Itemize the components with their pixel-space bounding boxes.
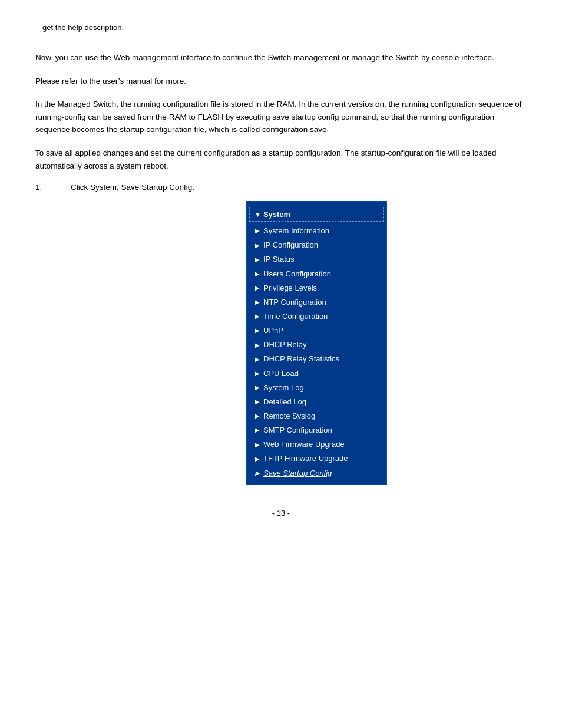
paragraph-1: Now, you can use the Web management inte… xyxy=(35,51,527,64)
menu-item-arrow-icon: ▶ xyxy=(255,269,260,279)
menu-item-arrow-icon: ▶ xyxy=(255,411,260,421)
menu-item[interactable]: ▶DHCP Relay Statistics xyxy=(247,352,386,366)
menu-item-label: NTP Configuration xyxy=(263,297,326,308)
menu-item[interactable]: ▶IP Configuration xyxy=(247,238,386,252)
paragraph-1-text: Now, you can use the Web management inte… xyxy=(35,53,494,62)
paragraph-3-text: In the Mana­ged S­witch, the­ runni­ng c… xyxy=(35,100,521,134)
menu-item-arrow-icon: ▶ xyxy=(255,326,260,335)
menu-item-label: Detailed Log xyxy=(263,396,306,408)
menu-header-label: System xyxy=(263,210,290,219)
menu-item[interactable]: ▶SMTP Configuration xyxy=(247,423,386,437)
step-1-number: 1. xyxy=(35,183,71,192)
menu-item[interactable]: ▶Save Startup Config xyxy=(247,466,386,480)
menu-item-arrow-icon: ▶ xyxy=(255,284,260,293)
menu-item[interactable]: ▶System Log xyxy=(247,381,386,395)
menu-item-arrow-icon: ▶ xyxy=(255,298,260,307)
menu-item-arrow-icon: ▶ xyxy=(255,440,260,450)
menu-item[interactable]: ▶Web Firmware Upgrade xyxy=(247,437,386,452)
menu-item-label: CPU Load xyxy=(263,368,299,380)
menu-item[interactable]: ▶Remote Syslog xyxy=(247,409,386,423)
menu-item[interactable]: ▶Detailed Log xyxy=(247,395,386,409)
page-container: get the help description. Now, you can u… xyxy=(0,0,562,553)
step-1: 1. Click System, Save Startup Config. xyxy=(35,183,527,192)
menu-container: ▼ System ▶System Information▶IP Configur… xyxy=(106,201,527,485)
menu-item-label: Remote Syslog xyxy=(263,410,315,422)
menu-item-arrow-icon: ▶ xyxy=(255,226,260,236)
menu-item[interactable]: ▶System Information xyxy=(247,224,386,238)
menu-item-label: UPnP xyxy=(263,325,283,337)
menu-item[interactable]: ▶Time Configuration xyxy=(247,309,386,324)
menu-item-label: DHCP Relay Statistics xyxy=(263,353,339,365)
menu-item-label: System Log xyxy=(263,382,304,394)
menu-item[interactable]: ▶TFTP Firmware Upgrade xyxy=(247,452,386,466)
menu-item-label: Privilege Levels xyxy=(263,282,317,294)
menu-item-arrow-icon: ▶ xyxy=(255,397,260,407)
menu-item-label: System Information xyxy=(263,225,329,237)
menu-item[interactable]: ▶NTP Configuration xyxy=(247,295,386,309)
menu-item-label: Time Configuration xyxy=(263,311,328,322)
menu-header: ▼ System xyxy=(249,207,384,222)
menu-item-arrow-icon: ▶ xyxy=(255,241,260,251)
paragraph-4: To save all applied changes and set the … xyxy=(35,147,527,172)
menu-item[interactable]: ▶UPnP xyxy=(247,324,386,338)
menu-item-label: SMTP Configuration xyxy=(263,424,332,436)
menu-item-label: Save Startup Config xyxy=(263,467,332,479)
menu-item[interactable]: ▶IP Status xyxy=(247,252,386,266)
help-text: get the help description. xyxy=(42,23,124,32)
menu-item-label: IP Status xyxy=(263,253,295,265)
menu-item-arrow-icon: ▶ xyxy=(255,341,260,350)
menu-item-arrow-icon: ▶ xyxy=(255,454,260,464)
menu-item-label: DHCP Relay xyxy=(263,339,306,351)
menu-item[interactable]: ▶Privilege Levels xyxy=(247,281,386,295)
menu-item-arrow-icon: ▶ xyxy=(255,255,260,265)
menu-item-label: TFTP Firmware Upgrade xyxy=(263,453,348,465)
menu-item-label: Users Configuration xyxy=(263,268,331,280)
menu-item[interactable]: ▶Users Configuration xyxy=(247,267,386,281)
menu-box: ▼ System ▶System Information▶IP Configur… xyxy=(246,201,387,485)
menu-item-arrow-icon: ▶ xyxy=(255,369,260,378)
menu-item[interactable]: ▶DHCP Relay xyxy=(247,338,386,352)
menu-item-label: IP Configuration xyxy=(263,239,318,251)
menu-item-arrow-icon: ▶ xyxy=(255,426,260,435)
help-box: get the help description. xyxy=(35,18,283,37)
menu-item-arrow-icon: ▶ xyxy=(255,469,260,478)
menu-expand-arrow: ▼ xyxy=(254,211,261,218)
menu-items-list: ▶System Information▶IP Configuration▶IP … xyxy=(247,224,386,480)
menu-item[interactable]: ▶CPU Load xyxy=(247,367,386,381)
paragraph-3: In the Mana­ged S­witch, the­ runni­ng c… xyxy=(35,98,527,136)
menu-item-arrow-icon: ▶ xyxy=(255,355,260,364)
step-1-text: Click System, Save Startup Config. xyxy=(71,183,194,192)
paragraph-4-text: To save all applied changes and set the … xyxy=(35,149,496,170)
menu-item-arrow-icon: ▶ xyxy=(255,312,260,321)
page-number: - 13 - xyxy=(35,509,527,518)
menu-item-label: Web Firmware Upgrade xyxy=(263,439,345,450)
menu-item-arrow-icon: ▶ xyxy=(255,383,260,393)
paragraph-2: Please refer to the user’s manual for mo… xyxy=(35,75,527,88)
paragraph-2-text: Please refer to the user’s manual for mo… xyxy=(35,77,186,85)
